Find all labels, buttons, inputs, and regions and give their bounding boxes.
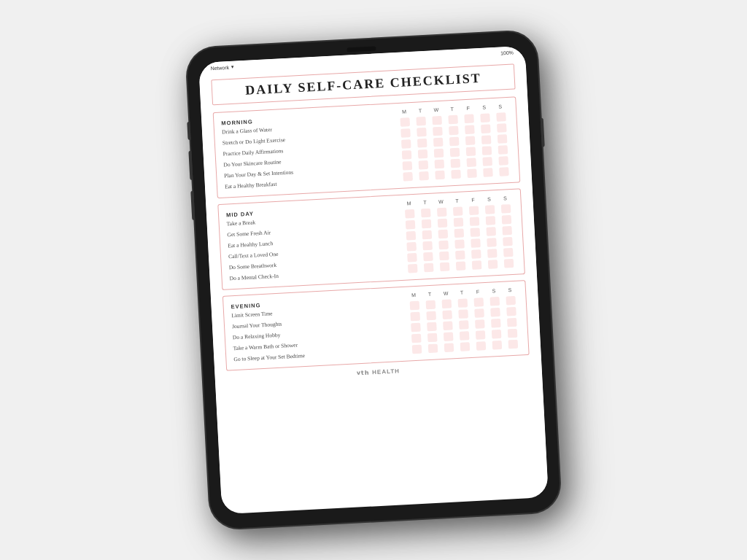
checkbox-cell[interactable] xyxy=(446,136,462,147)
checkbox-cell[interactable] xyxy=(403,241,419,252)
checkbox-cell[interactable] xyxy=(498,203,514,214)
checkbox-cell[interactable] xyxy=(498,225,515,236)
checkbox-cell[interactable] xyxy=(399,160,416,171)
checkbox-cell[interactable] xyxy=(483,237,500,248)
checkbox-cell[interactable] xyxy=(503,306,519,317)
checkbox-cell[interactable] xyxy=(414,138,430,149)
checkbox-cell[interactable] xyxy=(397,128,414,139)
checkbox-cell[interactable] xyxy=(462,135,479,146)
checkbox-cell[interactable] xyxy=(450,217,467,228)
checkbox-cell[interactable] xyxy=(473,341,489,351)
checkbox-cell[interactable] xyxy=(428,115,445,126)
checkbox-cell[interactable] xyxy=(482,215,499,226)
checkbox-cell[interactable] xyxy=(399,171,416,182)
checkbox-cell[interactable] xyxy=(505,339,522,350)
checkbox-cell[interactable] xyxy=(423,321,440,332)
checkbox-cell[interactable] xyxy=(489,340,506,351)
checkbox-cell[interactable] xyxy=(504,328,521,339)
checkbox-cell[interactable] xyxy=(479,145,495,156)
checklist-content[interactable]: DAILY SELF-CARE CHECKLIST MORNINGMTWTFSS… xyxy=(199,58,549,512)
checkbox-cell[interactable] xyxy=(419,241,436,252)
checkbox-cell[interactable] xyxy=(495,166,512,177)
checkbox-cell[interactable] xyxy=(498,214,515,225)
checkbox-cell[interactable] xyxy=(462,157,479,168)
checkbox-cell[interactable] xyxy=(495,144,511,155)
checkbox-cell[interactable] xyxy=(468,249,484,260)
checkbox-cell[interactable] xyxy=(465,205,482,216)
checkbox-cell[interactable] xyxy=(438,309,455,320)
checkbox-cell[interactable] xyxy=(502,295,519,306)
checkbox-cell[interactable] xyxy=(493,122,510,133)
checkbox-cell[interactable] xyxy=(433,206,450,217)
checkbox-cell[interactable] xyxy=(472,330,489,341)
checkbox-cell[interactable] xyxy=(396,117,413,128)
checkbox-cell[interactable] xyxy=(487,318,504,329)
checkbox-cell[interactable] xyxy=(500,258,517,269)
checkbox-cell[interactable] xyxy=(463,168,480,179)
checkbox-cell[interactable] xyxy=(470,297,487,308)
checkbox-cell[interactable] xyxy=(422,310,439,321)
checkbox-cell[interactable] xyxy=(440,331,457,342)
checkbox-cell[interactable] xyxy=(484,259,501,270)
checkbox-cell[interactable] xyxy=(434,228,451,239)
checkbox-cell[interactable] xyxy=(401,209,418,219)
checkbox-cell[interactable] xyxy=(486,296,503,307)
checkbox-cell[interactable] xyxy=(503,317,520,328)
checkbox-cell[interactable] xyxy=(456,330,473,341)
checkbox-cell[interactable] xyxy=(471,308,487,319)
checkbox-cell[interactable] xyxy=(500,247,516,258)
checkbox-cell[interactable] xyxy=(447,168,464,179)
checkbox-cell[interactable] xyxy=(499,236,516,247)
checkbox-cell[interactable] xyxy=(429,126,446,137)
checkbox-cell[interactable] xyxy=(455,319,472,330)
checkbox-cell[interactable] xyxy=(420,262,437,273)
checkbox-cell[interactable] xyxy=(450,228,467,238)
checkbox-cell[interactable] xyxy=(454,298,471,308)
checkbox-cell[interactable] xyxy=(451,238,468,249)
checkbox-cell[interactable] xyxy=(445,125,462,136)
checkbox-cell[interactable] xyxy=(404,263,421,274)
checkbox-cell[interactable] xyxy=(454,308,471,319)
checkbox-cell[interactable] xyxy=(461,124,478,135)
checkbox-cell[interactable] xyxy=(467,238,484,249)
checkbox-cell[interactable] xyxy=(412,116,429,127)
checkbox-cell[interactable] xyxy=(479,167,496,178)
checkbox-cell[interactable] xyxy=(430,159,447,170)
checkbox-cell[interactable] xyxy=(449,206,466,217)
checkbox-cell[interactable] xyxy=(407,322,424,333)
checkbox-cell[interactable] xyxy=(466,216,483,227)
checkbox-cell[interactable] xyxy=(422,299,439,310)
checkbox-cell[interactable] xyxy=(398,139,414,149)
checkbox-cell[interactable] xyxy=(419,230,436,241)
checkbox-cell[interactable] xyxy=(471,319,488,330)
checkbox-cell[interactable] xyxy=(482,226,499,237)
checkbox-cell[interactable] xyxy=(492,112,509,122)
checkbox-cell[interactable] xyxy=(425,343,441,354)
checkbox-cell[interactable] xyxy=(414,160,431,171)
checkbox-cell[interactable] xyxy=(476,112,493,123)
checkbox-cell[interactable] xyxy=(418,219,435,230)
checkbox-cell[interactable] xyxy=(494,133,511,144)
checkbox-cell[interactable] xyxy=(408,332,425,343)
checkbox-cell[interactable] xyxy=(436,261,453,272)
checkbox-cell[interactable] xyxy=(446,147,463,158)
checkbox-cell[interactable] xyxy=(414,149,431,160)
checkbox-cell[interactable] xyxy=(430,148,447,159)
checkbox-cell[interactable] xyxy=(460,113,477,124)
checkbox-cell[interactable] xyxy=(409,343,425,354)
checkbox-cell[interactable] xyxy=(477,123,494,134)
checkbox-cell[interactable] xyxy=(446,158,463,168)
checkbox-cell[interactable] xyxy=(415,171,432,182)
checkbox-cell[interactable] xyxy=(495,155,511,166)
checkbox-cell[interactable] xyxy=(488,329,505,340)
checkbox-cell[interactable] xyxy=(434,217,451,228)
checkbox-cell[interactable] xyxy=(452,260,469,271)
checkbox-cell[interactable] xyxy=(439,320,456,331)
checkbox-cell[interactable] xyxy=(402,219,419,230)
checkbox-cell[interactable] xyxy=(481,204,498,215)
checkbox-cell[interactable] xyxy=(441,342,457,353)
checkbox-cell[interactable] xyxy=(424,332,441,343)
checkbox-cell[interactable] xyxy=(398,149,415,160)
checkbox-cell[interactable] xyxy=(403,230,419,241)
checkbox-cell[interactable] xyxy=(462,146,479,157)
